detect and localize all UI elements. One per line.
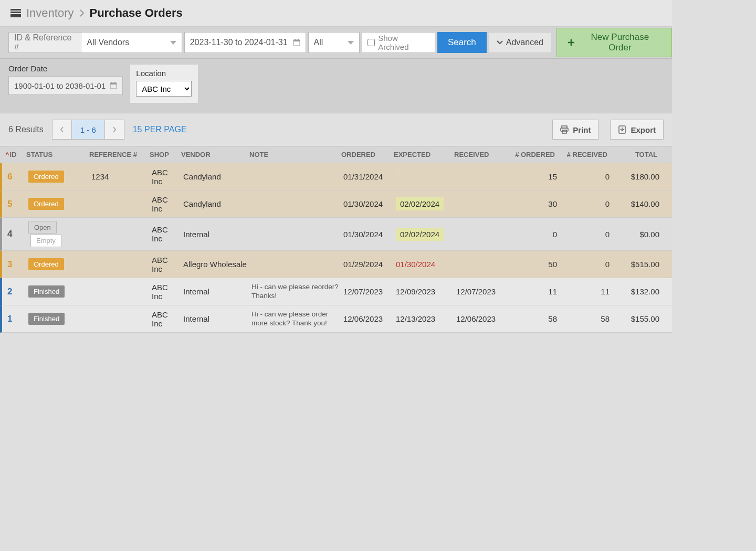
table-row[interactable]: 6Ordered1234ABC IncCandyland01/31/202415… [0, 163, 672, 190]
export-button-label: Export [631, 125, 656, 134]
svg-rect-0 [10, 9, 21, 10]
location-select[interactable]: ABC Inc [136, 81, 192, 97]
print-button[interactable]: Print [552, 120, 598, 140]
cell-shop: ABC Inc [150, 256, 181, 273]
breadcrumb-bar: Inventory Purchase Orders [0, 0, 672, 27]
new-purchase-order-button[interactable]: New Purchase Order [556, 28, 672, 57]
svg-rect-1 [10, 12, 21, 13]
status-badge: Ordered [28, 198, 64, 210]
chevron-left-icon [60, 126, 64, 133]
status-badge-extra: Empty [30, 234, 61, 247]
print-button-label: Print [573, 125, 591, 134]
cell-status: OpenEmpty [26, 221, 89, 247]
cell-ordered: 01/30/2024 [341, 230, 394, 239]
cell-reference: 1234 [89, 172, 150, 181]
date-range-input[interactable]: 2023-11-30 to 2024-01-31 [184, 32, 306, 53]
header-total[interactable]: TOTAL [610, 151, 659, 158]
svg-rect-4 [293, 40, 300, 41]
cell-n-received: 0 [559, 260, 612, 269]
header-n-received[interactable]: # RECEIVED [557, 151, 610, 158]
cell-shop: ABC Inc [150, 310, 181, 328]
svg-rect-8 [110, 83, 117, 84]
cell-total: $140.00 [612, 199, 662, 208]
show-archived-checkbox[interactable] [368, 39, 375, 46]
status-badge: Finished [28, 313, 65, 325]
svg-rect-6 [298, 39, 299, 40]
header-vendor[interactable]: VENDOR [179, 151, 247, 158]
vendor-select[interactable]: All Vendors [81, 32, 182, 53]
header-id[interactable]: ^ID [3, 151, 24, 158]
header-expected[interactable]: EXPECTED [392, 151, 452, 158]
calendar-icon [110, 82, 117, 89]
status-select-value: All [314, 38, 323, 47]
cell-ordered: 12/06/2023 [341, 314, 394, 323]
cell-vendor: Candyland [181, 199, 249, 208]
advanced-button[interactable]: Advanced [489, 32, 551, 53]
export-button[interactable]: Export [610, 120, 664, 140]
header-n-ordered[interactable]: # ORDERED [505, 151, 557, 158]
cell-shop: ABC Inc [150, 195, 181, 213]
plus-icon [568, 39, 575, 46]
search-button[interactable]: Search [437, 32, 487, 53]
cell-vendor: Candyland [181, 172, 249, 181]
cell-total: $180.00 [612, 172, 662, 181]
pager-prev-button[interactable] [52, 120, 71, 139]
svg-rect-9 [111, 82, 112, 83]
results-toolbar: 6 Results 1 - 6 15 PER PAGE Print Export [0, 113, 672, 146]
cell-status: Ordered [26, 171, 89, 183]
cell-note: Hi - can we please order more stock? Tha… [249, 310, 341, 328]
header-received[interactable]: RECEIVED [452, 151, 505, 158]
breadcrumb-section[interactable]: Inventory [26, 6, 74, 20]
cell-n-received: 0 [559, 230, 612, 239]
date-range-value: 2023-11-30 to 2024-01-31 [190, 38, 288, 47]
cell-expected: 02/02/2024 [394, 228, 454, 241]
export-icon [618, 125, 626, 134]
cell-expected [394, 171, 454, 183]
cell-ordered: 01/30/2024 [341, 199, 394, 208]
cell-total: $515.00 [612, 260, 662, 269]
cell-ordered: 01/29/2024 [341, 260, 394, 269]
expected-placeholder [396, 171, 402, 181]
per-page-link[interactable]: 15 PER PAGE [133, 125, 187, 134]
cell-expected: 12/09/2023 [394, 287, 454, 296]
cell-status: Ordered [26, 198, 89, 210]
header-reference[interactable]: REFERENCE # [87, 151, 148, 158]
cell-n-ordered: 58 [507, 314, 559, 323]
table-row[interactable]: 3OrderedABC IncAllegro Wholesale01/29/20… [0, 251, 672, 278]
svg-rect-5 [295, 39, 296, 40]
order-date-label: Order Date [8, 64, 123, 73]
header-ordered[interactable]: ORDERED [339, 151, 392, 158]
advanced-order-date-group: Order Date 1900-01-01 to 2038-01-01 [8, 64, 123, 103]
table-row[interactable]: 5OrderedABC IncCandyland01/30/202402/02/… [0, 190, 672, 218]
table-row[interactable]: 2FinishedABC IncInternalHi - can we plea… [0, 278, 672, 305]
calendar-icon [293, 39, 300, 46]
show-archived-toggle[interactable]: Show Archived [362, 32, 435, 53]
cell-ordered: 01/31/2024 [341, 172, 394, 181]
cell-id: 4 [5, 229, 26, 239]
table-row[interactable]: 1FinishedABC IncInternalHi - can we plea… [0, 305, 672, 333]
cell-n-ordered: 30 [507, 199, 559, 208]
cell-n-received: 11 [559, 287, 612, 296]
svg-rect-2 [10, 14, 21, 17]
cell-n-ordered: 50 [507, 260, 559, 269]
table-row[interactable]: 4OpenEmptyABC IncInternal01/30/202402/02… [0, 218, 672, 251]
header-note[interactable]: NOTE [247, 151, 339, 158]
results-count: 6 Results [8, 125, 44, 134]
pager-current[interactable]: 1 - 6 [71, 120, 105, 139]
cell-total: $132.00 [612, 287, 662, 296]
advanced-button-label: Advanced [506, 38, 543, 47]
caret-down-icon [170, 41, 176, 45]
pager-next-button[interactable] [105, 120, 124, 139]
cell-vendor: Internal [181, 287, 249, 296]
status-select[interactable]: All [308, 32, 360, 53]
svg-rect-12 [561, 128, 568, 131]
breadcrumb-page: Purchase Orders [90, 6, 183, 20]
pager: 1 - 6 [52, 120, 124, 140]
header-status[interactable]: STATUS [24, 151, 87, 158]
id-reference-input[interactable]: ID & Reference # [8, 32, 81, 53]
cell-vendor: Allegro Wholesale [181, 260, 249, 269]
header-shop[interactable]: SHOP [148, 151, 179, 158]
cell-total: $155.00 [612, 314, 662, 323]
expected-highlight: 02/02/2024 [396, 228, 444, 241]
order-date-input[interactable]: 1900-01-01 to 2038-01-01 [8, 76, 123, 95]
